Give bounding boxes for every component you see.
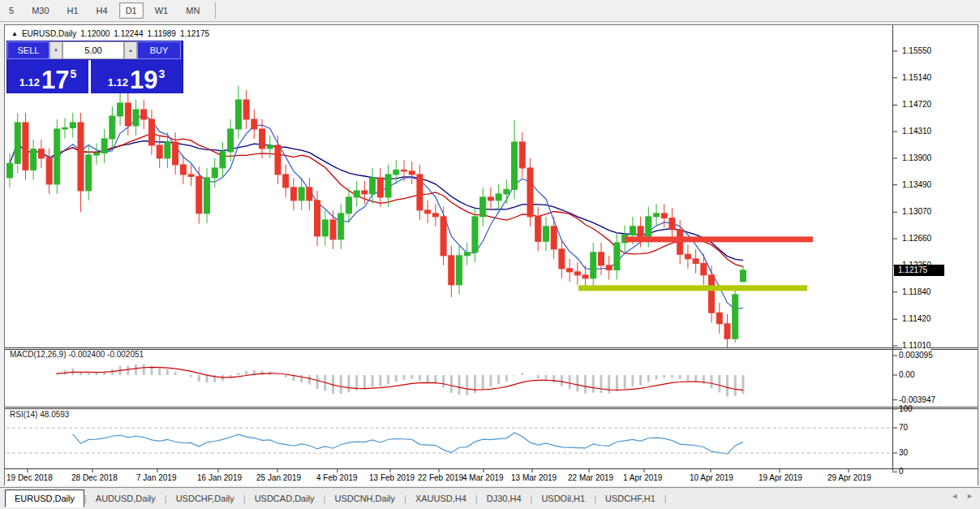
panel-collapse-icon[interactable]: ▲ — [11, 30, 18, 37]
chart-tab-usdcad-daily[interactable]: USDCAD,Daily — [246, 490, 324, 507]
date-axis-label: 19 Dec 2018 — [6, 473, 53, 482]
chart-tab-usdcnh-daily[interactable]: USDCNH,Daily — [325, 490, 404, 507]
current-price-badge: 1.12175 — [894, 265, 944, 276]
sell-price-prefix: 1.12 — [19, 76, 40, 88]
date-axis-label: 1 Apr 2019 — [623, 473, 662, 482]
volume-input[interactable] — [62, 41, 124, 59]
chart-tab-dj30-h4[interactable]: DJ30,H4 — [478, 490, 531, 507]
one-click-trade-panel: SELL ▼ ▲ BUY 1.12 17 5 1.12 19 3 — [6, 41, 183, 93]
macd-axis-label: 0.003095 — [899, 351, 933, 360]
chart-tab-usdoil-h1[interactable]: USDOil,H1 — [532, 490, 594, 507]
date-axis-label: 13 Mar 2019 — [511, 473, 557, 482]
date-axis-label: 22 Mar 2019 — [568, 473, 613, 482]
price-axis-label: 1.11840 — [902, 287, 931, 296]
date-axis-label: 29 Apr 2019 — [827, 473, 871, 482]
buy-button[interactable]: BUY — [137, 41, 181, 59]
sell-button[interactable]: SELL — [7, 41, 49, 59]
buy-price-point: 3 — [159, 67, 165, 80]
price-axis-label: 1.14720 — [902, 100, 931, 109]
chart-header: ▲ EURUSD,Daily 1.12000 1.12244 1.11989 1… — [11, 29, 209, 38]
buy-price-pips: 19 — [130, 68, 157, 92]
chart-tab-audusd-daily[interactable]: AUDUSD,Daily — [87, 490, 165, 507]
tab-divider: | — [664, 494, 667, 503]
rsi-axis-label: 0 — [899, 467, 904, 476]
chart-symbol-label: EURUSD,Daily — [22, 29, 76, 38]
rsi-axis-label: 70 — [899, 423, 908, 432]
date-axis-label: 10 Apr 2019 — [690, 473, 733, 482]
date-axis-label: 4 Mar 2019 — [462, 473, 504, 482]
chart-tab-eurusd-daily[interactable]: EURUSD,Daily — [5, 490, 84, 507]
price-axis-label: 1.15140 — [902, 73, 931, 82]
rsi-label: RSI(14) 48.0593 — [10, 410, 69, 419]
sell-price-point: 5 — [71, 67, 77, 80]
price-axis-label: 1.14310 — [902, 127, 931, 136]
volume-decrease-button[interactable]: ▼ — [49, 41, 62, 59]
chart-tab-usdchf-h1[interactable]: USDCHF,H1 — [596, 490, 664, 507]
date-axis-label: 4 Feb 2019 — [316, 473, 358, 482]
rsi-axis-label: 100 — [899, 404, 913, 413]
buy-price-prefix: 1.12 — [108, 76, 128, 88]
date-axis-label: 16 Jan 2019 — [197, 473, 242, 482]
mt4-window: { "toolbar": { "timeframes": [ {"label":… — [0, 0, 980, 509]
date-axis-label: 22 Feb 2019 — [418, 473, 463, 482]
macd-axis-label: -0.003947 — [899, 395, 935, 404]
quote-low: 1.11989 — [147, 29, 175, 38]
rsi-axis-label: 30 — [899, 448, 908, 457]
price-axis-label: 1.12660 — [902, 234, 931, 243]
tab-scroll-arrows: ◄ ► — [951, 492, 974, 500]
quote-close: 1.12175 — [180, 29, 209, 38]
date-axis-label: 25 Jan 2019 — [256, 473, 301, 482]
price-axis-label: 1.13900 — [902, 153, 931, 162]
price-axis-label: 1.13070 — [902, 207, 931, 216]
quote-high: 1.12244 — [114, 29, 143, 38]
quote-open: 1.12000 — [80, 29, 110, 38]
date-axis-label: 7 Jan 2019 — [136, 473, 177, 482]
price-axis-label: 1.11010 — [902, 341, 931, 350]
price-axis-label: 1.11420 — [902, 314, 931, 323]
macd-label: MACD(12,26,9) -0.002400 -0.002051 — [10, 350, 144, 359]
buy-price-display[interactable]: 1.12 19 3 — [91, 60, 182, 93]
sell-price-display[interactable]: 1.12 17 5 — [7, 60, 91, 93]
date-axis-label: 13 Feb 2019 — [369, 473, 415, 482]
sell-price-pips: 17 — [41, 68, 69, 92]
price-axis-label: 1.15550 — [902, 46, 931, 55]
macd-axis-label: 0.00 — [899, 370, 914, 379]
chart-tab-bar: EURUSD,Daily|AUDUSD,Daily|USDCHF,Daily|U… — [0, 487, 980, 509]
price-axis-label: 1.13490 — [902, 180, 931, 189]
tab-scroll-right-icon[interactable]: ► — [966, 492, 974, 500]
date-axis-label: 28 Dec 2018 — [71, 473, 118, 482]
chart-tab-usdchf-daily[interactable]: USDCHF,Daily — [167, 490, 243, 507]
volume-increase-button[interactable]: ▲ — [124, 41, 137, 59]
chart-tab-xauusd-h4[interactable]: XAUUSD,H4 — [406, 490, 475, 507]
date-axis-label: 19 Apr 2019 — [759, 473, 802, 482]
tab-scroll-left-icon[interactable]: ◄ — [951, 492, 958, 500]
